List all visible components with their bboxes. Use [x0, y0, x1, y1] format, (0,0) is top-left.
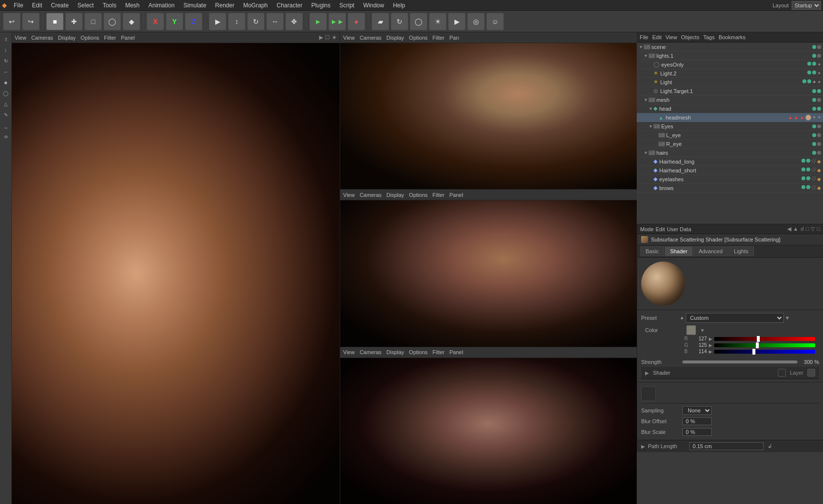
- main-viewport-canvas[interactable]: [12, 43, 340, 504]
- preset-dropdown[interactable]: Custom: [686, 313, 784, 323]
- tool-rotate[interactable]: ↻: [1, 56, 11, 66]
- menu-tools[interactable]: Tools: [99, 1, 120, 10]
- tree-node-brows[interactable]: ◆ brows ◆: [637, 184, 823, 192]
- tree-node-Light2[interactable]: ☀ Light.2 ✦: [637, 69, 823, 78]
- move-btn[interactable]: ↕: [228, 13, 246, 30]
- layer-btn[interactable]: [807, 369, 815, 377]
- menu-file[interactable]: File: [10, 1, 27, 10]
- model-mode-btn[interactable]: ■: [46, 13, 64, 30]
- sphere-btn[interactable]: ◯: [410, 13, 427, 30]
- redo-btn[interactable]: ↪: [22, 13, 40, 30]
- loop-btn[interactable]: ↻: [391, 13, 408, 30]
- shader-slot[interactable]: [778, 369, 786, 377]
- tree-node-R_eye[interactable]: L0 R_eye: [637, 140, 823, 148]
- expand-scene[interactable]: ▼: [639, 45, 644, 49]
- tree-node-Light[interactable]: ☀ Light ✦✦: [637, 78, 823, 87]
- tree-node-L_eye[interactable]: L0 L_eye: [637, 131, 823, 140]
- transform-btn[interactable]: ✥: [285, 13, 303, 30]
- camera-btn[interactable]: ▶: [448, 13, 466, 30]
- expand-lights1[interactable]: ▼: [644, 53, 648, 58]
- br-display-menu[interactable]: Display: [386, 349, 404, 355]
- tree-node-Eyes[interactable]: ▼ L0 Eyes: [637, 122, 823, 131]
- shader-expand-icon[interactable]: ▶: [645, 370, 649, 376]
- target-btn[interactable]: ◎: [467, 13, 485, 30]
- channel-r-arrow[interactable]: ▶: [709, 336, 712, 341]
- mr-filter-menu[interactable]: Filter: [432, 192, 444, 198]
- scene-bookmarks-menu[interactable]: Bookmarks: [719, 34, 746, 40]
- user-data-label[interactable]: User Data: [667, 226, 692, 232]
- br-cameras-menu[interactable]: Cameras: [360, 349, 382, 355]
- main-cameras-menu[interactable]: Cameras: [31, 35, 53, 41]
- tree-node-Hairhead_short[interactable]: ◆ Hairhead_short ◆: [637, 166, 823, 175]
- slider-g[interactable]: [714, 343, 815, 347]
- br-options-menu[interactable]: Options: [409, 349, 427, 355]
- record-btn[interactable]: ●: [348, 13, 365, 30]
- menu-window[interactable]: Window: [359, 1, 388, 10]
- tree-node-eyesOnly[interactable]: ◯ eyesOnly ✦: [637, 60, 823, 69]
- tree-node-Hairhead_long[interactable]: ◆ Hairhead_long ◆: [637, 157, 823, 166]
- scene-objects-menu[interactable]: Objects: [681, 34, 699, 40]
- main-filter-menu[interactable]: Filter: [104, 35, 116, 41]
- scene-edit-menu[interactable]: Edit: [652, 34, 662, 40]
- tab-shader[interactable]: Shader: [665, 246, 693, 256]
- tree-node-LightTarget1[interactable]: ◎ Light.Target.1: [637, 87, 823, 96]
- br-view-menu[interactable]: View: [343, 349, 355, 355]
- vp-icon-1[interactable]: ▶: [319, 34, 323, 41]
- color-swatch[interactable]: [686, 325, 696, 335]
- br-filter-menu[interactable]: Filter: [432, 349, 444, 355]
- mode-label[interactable]: Mode: [640, 226, 654, 232]
- mr-options-menu[interactable]: Options: [409, 192, 427, 198]
- main-options-menu[interactable]: Options: [80, 35, 99, 41]
- tr-cameras-menu[interactable]: Cameras: [360, 35, 382, 41]
- mr-panel-menu[interactable]: Panel: [449, 192, 463, 198]
- menu-edit[interactable]: Edit: [28, 1, 46, 10]
- pl-reset-btn[interactable]: ↲: [768, 443, 772, 450]
- tree-node-mesh[interactable]: ▼ L0 mesh: [637, 96, 823, 104]
- vp-icon-2[interactable]: ☐: [325, 34, 330, 41]
- tree-node-head[interactable]: ▼ ◆ head: [637, 104, 823, 113]
- scene-tags-menu[interactable]: Tags: [703, 34, 715, 40]
- bot-right-canvas[interactable]: [340, 358, 637, 504]
- pl-expand-icon[interactable]: ▶: [641, 444, 645, 449]
- vp-icon-3[interactable]: ★: [332, 34, 337, 41]
- tab-advanced[interactable]: Advanced: [693, 246, 728, 256]
- main-panel-menu[interactable]: Panel: [121, 35, 135, 41]
- sampling-dropdown[interactable]: None: [682, 406, 712, 415]
- tool-magnet[interactable]: ⌯: [1, 131, 11, 141]
- tool-scale[interactable]: ↔: [1, 67, 11, 76]
- paint-mode-btn[interactable]: ◆: [123, 13, 140, 30]
- tree-node-headmesh[interactable]: ▲ headmesh ▲ ▲ ▲ ✦ ✦: [637, 113, 823, 122]
- channel-g-arrow[interactable]: ▶: [709, 343, 712, 348]
- mr-display-menu[interactable]: Display: [386, 192, 404, 198]
- mr-cameras-menu[interactable]: Cameras: [360, 192, 382, 198]
- mid-right-canvas[interactable]: [340, 200, 637, 346]
- tree-node-eyelashes[interactable]: ◆ eyelashes ◆: [637, 175, 823, 184]
- slider-r[interactable]: [714, 337, 815, 341]
- menu-mograph[interactable]: MoGraph: [239, 1, 272, 10]
- scene-view-menu[interactable]: View: [666, 34, 677, 40]
- props-icon-4[interactable]: □: [806, 226, 809, 232]
- sky-btn[interactable]: ☺: [486, 13, 504, 30]
- tree-node-hairs[interactable]: ▼ L0 hairs: [637, 148, 823, 157]
- expand-Eyes[interactable]: ▼: [648, 124, 653, 129]
- object-mode-btn[interactable]: ✚: [65, 13, 83, 30]
- tr-filter-menu[interactable]: Filter: [432, 35, 444, 41]
- tr-pan-menu[interactable]: Pan: [449, 35, 459, 41]
- select-btn[interactable]: ▶: [209, 13, 226, 30]
- menu-render[interactable]: Render: [211, 1, 238, 10]
- slider-b[interactable]: [714, 350, 815, 354]
- tr-options-menu[interactable]: Options: [409, 35, 427, 41]
- tool-circle[interactable]: ◯: [1, 88, 11, 98]
- cube-btn[interactable]: ▰: [372, 13, 389, 30]
- tool-box[interactable]: ■: [1, 77, 11, 87]
- menu-character[interactable]: Character: [273, 1, 306, 10]
- anim-mode-btn[interactable]: ◯: [103, 13, 121, 30]
- color-expand-icon[interactable]: ▼: [700, 328, 705, 333]
- expand-hairs[interactable]: ▼: [644, 150, 648, 155]
- path-length-input[interactable]: [689, 442, 764, 450]
- menu-mesh[interactable]: Mesh: [121, 1, 143, 10]
- undo-btn[interactable]: ↩: [3, 13, 21, 30]
- tree-node-scene[interactable]: ▼ L0 scene: [637, 43, 823, 51]
- expand-mesh[interactable]: ▼: [644, 97, 648, 102]
- menu-simulate[interactable]: Simulate: [179, 1, 210, 10]
